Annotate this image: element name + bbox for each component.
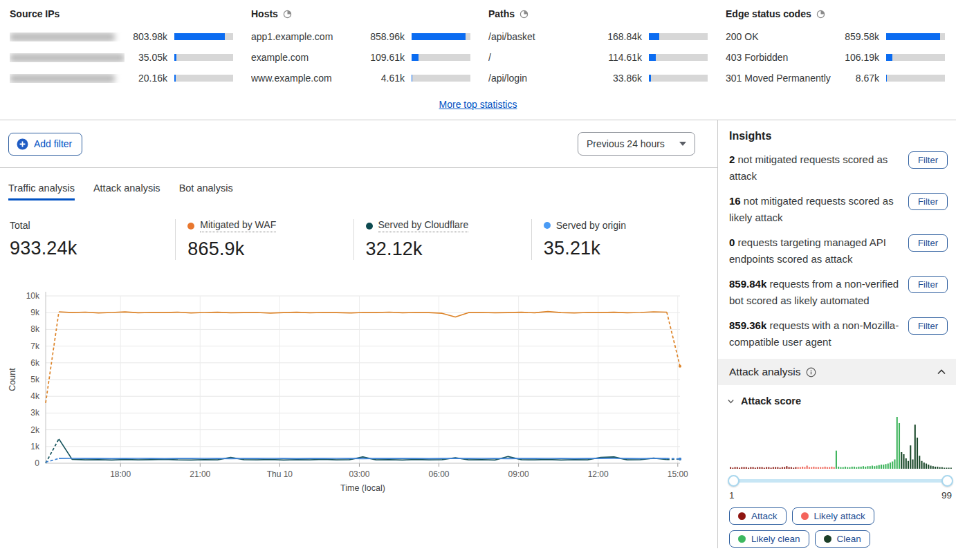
stat-column-title-text: Hosts [251,8,278,19]
stat-row: /114.61k [488,47,708,68]
svg-text:03:00: 03:00 [349,469,369,479]
attack-score-label: Attack score [741,395,801,407]
slider-track[interactable] [733,479,948,483]
sampling-icon [816,10,825,19]
legend-label: Likely clean [751,534,800,544]
legend-pill-likely-clean[interactable]: Likely clean [729,530,809,548]
stat-bar [174,54,233,61]
tab-attack-analysis[interactable]: Attack analysis [93,183,160,200]
stat-row-label: 200 OK [726,31,836,42]
more-top-statistics-row: More top statistics [0,88,956,120]
stat-row-value: 114.61k [599,52,642,63]
filter-button[interactable]: Filter [908,151,948,169]
stat-row: 403 Forbidden106.19k [726,47,945,68]
add-filter-label: Add filter [34,138,72,149]
stat-row: 200 OK859.58k [726,26,945,47]
stat-bar [174,33,233,40]
stat-row: 301 Moved Permanently8.67k [726,68,945,88]
insight-text: 859.84k requests from a non-verified bot… [729,276,901,309]
time-range-select[interactable]: Previous 24 hours [578,132,695,156]
svg-text:5k: 5k [30,375,40,384]
summary-label: Served by origin [544,220,626,231]
stat-row-label: /api/basket [488,31,599,42]
stat-row-label: 403 Forbidden [726,52,836,63]
svg-text:3k: 3k [30,408,40,418]
legend-pill-likely-attack[interactable]: Likely attack [792,507,874,525]
stat-bar [649,33,708,40]
info-icon [806,367,816,377]
tab-bot-analysis[interactable]: Bot analysis [179,183,233,200]
score-range-slider[interactable] [729,474,952,487]
stat-bar-fill [412,54,419,61]
legend-label: Attack [751,511,778,521]
slider-handle-right[interactable] [941,475,953,487]
stat-row: 803.98k [10,26,233,47]
svg-text:8k: 8k [30,324,40,334]
legend-pill-clean[interactable]: Clean [815,530,870,548]
summary-label-text[interactable]: Mitigated by WAF [200,219,276,232]
top-stats-section: Source IPs803.98k35.05k20.16kHostsapp1.e… [0,0,956,88]
svg-text:12:00: 12:00 [588,469,609,479]
insight-item: 859.84k requests from a non-verified bot… [729,276,948,309]
stat-bar-fill [886,75,887,82]
main-panel: Add filter Previous 24 hours Traffic ana… [0,120,717,548]
stat-row-label: 301 Moved Permanently [726,73,836,84]
stat-column-title: Paths [488,8,708,19]
summary-label-text: Total [10,220,30,231]
add-filter-button[interactable]: Add filter [8,133,82,156]
attack-score-section-toggle[interactable]: Attack score [726,395,948,407]
slider-handle-left[interactable] [728,475,739,487]
summary-label-text[interactable]: Served by Cloudflare [378,219,469,232]
insight-text: 859.36k requests with a non-Mozilla-comp… [729,317,901,351]
stat-bar-fill [174,75,176,82]
insights-title: Insights [729,130,948,142]
stat-bar-fill [174,33,225,40]
x-axis-label: Time (local) [340,483,385,493]
summary-block-served-by-cloudflare: Served by Cloudflare32.12k [353,219,531,260]
stat-row-value: 8.67k [836,73,879,84]
insight-item: 0 requests targeting managed API endpoin… [729,234,948,268]
stat-row-value: 20.16k [125,73,167,84]
legend-dot [801,512,809,520]
more-top-statistics-link[interactable]: More top statistics [439,99,517,110]
redacted-source-ip [10,74,125,83]
time-range-value: Previous 24 hours [587,138,665,149]
stat-row: 20.16k [10,68,233,88]
stat-row-label: app1.example.com [251,31,362,42]
legend-pill-attack[interactable]: Attack [729,507,787,525]
stat-row-value: 168.84k [599,31,642,42]
insight-item: 859.36k requests with a non-Mozilla-comp… [729,317,948,351]
series-dot [544,222,551,229]
stat-row-value: 109.61k [362,52,405,63]
stat-row: /api/basket168.84k [488,26,708,47]
insight-item: 2 not mitigated requests scored as attac… [729,151,948,185]
summary-label: Served by Cloudflare [366,219,469,232]
stat-bar-fill [649,54,656,61]
filter-button[interactable]: Filter [908,193,948,210]
blurred-text [10,32,115,41]
plus-circle-icon [17,138,28,150]
summary-label: Total [10,220,30,231]
traffic-chart-wrap: 01k2k3k4k5k6k7k8k9k10k18:0021:00Thu 1003… [0,260,717,507]
stat-row-label: example.com [251,52,362,63]
analysis-tabs: Traffic analysisAttack analysisBot analy… [0,168,717,200]
stat-row-value: 858.96k [362,31,405,42]
summary-label-text: Served by origin [556,220,626,231]
tab-traffic-analysis[interactable]: Traffic analysis [8,183,75,200]
summary-value: 933.24k [10,238,175,259]
filter-button[interactable]: Filter [908,276,948,293]
stat-bar-fill [649,75,651,82]
insight-item: 16 not mitigated requests scored as like… [729,193,948,226]
filter-button[interactable]: Filter [908,234,948,252]
insight-text: 0 requests targeting managed API endpoin… [729,234,901,268]
stat-row: /api/login33.86k [488,68,708,88]
insight-list: 2 not mitigated requests scored as attac… [729,151,948,351]
svg-text:2k: 2k [30,425,40,435]
filter-button[interactable]: Filter [908,317,948,335]
stat-column-title-text: Edge status codes [726,8,811,19]
slider-min-label: 1 [729,490,735,501]
series-dot [366,223,373,230]
attack-analysis-header[interactable]: Attack analysis [718,359,956,385]
summary-block-served-by-origin: Served by origin35.21k [531,219,709,260]
svg-text:1k: 1k [30,442,40,451]
